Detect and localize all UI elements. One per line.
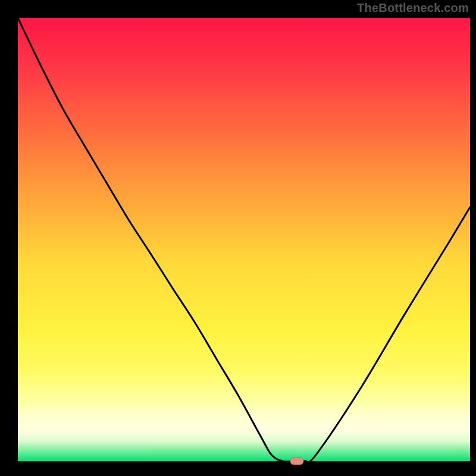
attribution-label: TheBottleneck.com bbox=[357, 1, 469, 15]
chart-frame: TheBottleneck.com bbox=[0, 0, 476, 476]
plot-background bbox=[18, 18, 470, 461]
optimum-marker bbox=[290, 458, 303, 465]
bottleneck-chart bbox=[0, 0, 476, 476]
